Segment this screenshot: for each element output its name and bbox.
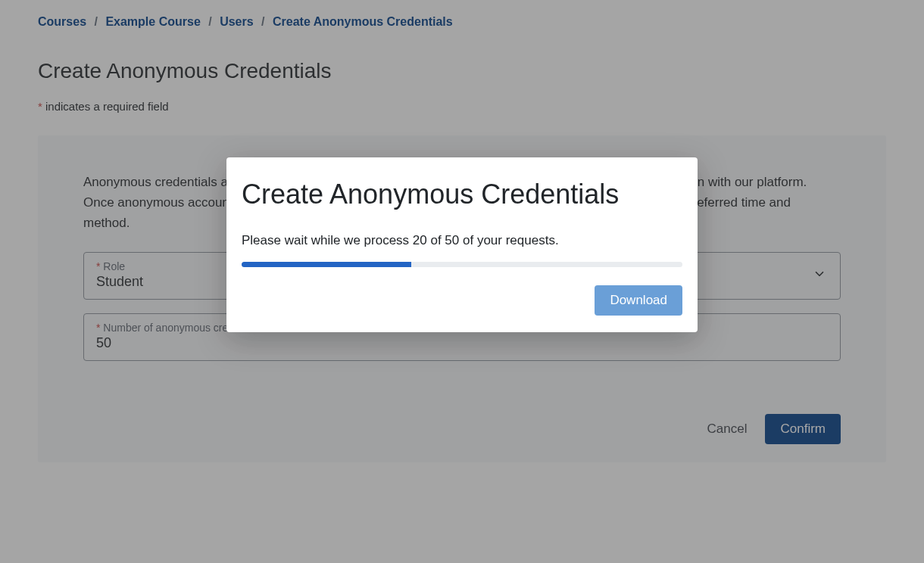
progress-bar: [242, 262, 682, 267]
download-button[interactable]: Download: [595, 285, 682, 316]
progress-modal: Create Anonymous Credentials Please wait…: [226, 157, 698, 332]
modal-overlay[interactable]: Create Anonymous Credentials Please wait…: [0, 0, 924, 477]
modal-message: Please wait while we process 20 of 50 of…: [242, 233, 682, 248]
progress-fill: [242, 262, 411, 267]
modal-title: Create Anonymous Credentials: [242, 179, 682, 210]
modal-button-row: Download: [242, 285, 682, 316]
